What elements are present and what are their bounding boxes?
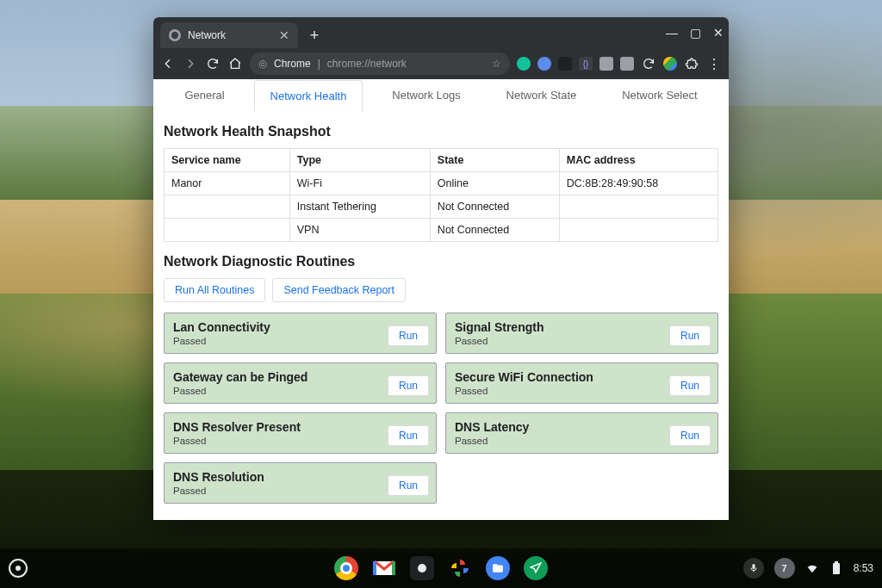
app-messages-icon[interactable] xyxy=(524,556,548,580)
snapshot-section: Network Health Snapshot Service name Typ… xyxy=(153,112,729,242)
table-header-row: Service name Type State MAC address xyxy=(165,149,718,172)
table-row: Instant Tethering Not Connected xyxy=(165,195,718,219)
cell-type: VPN xyxy=(289,219,430,242)
diagnostics-heading: Network Diagnostic Routines xyxy=(164,254,718,269)
cell-mac xyxy=(559,195,717,219)
extensions-row: {} ⋮ xyxy=(517,56,722,71)
col-state: State xyxy=(430,149,559,172)
extension-drive-icon[interactable] xyxy=(663,57,677,71)
minimize-button[interactable]: — xyxy=(666,26,678,40)
wifi-icon xyxy=(805,561,819,575)
window-close-button[interactable]: ✕ xyxy=(713,26,724,40)
run-button[interactable]: Run xyxy=(388,325,429,346)
back-button[interactable] xyxy=(160,56,176,71)
tab-network-health[interactable]: Network Health xyxy=(254,80,363,112)
run-button[interactable]: Run xyxy=(669,325,711,346)
new-tab-button[interactable]: + xyxy=(303,24,326,46)
address-bar[interactable]: ◎ Chrome | chrome://network ☆ xyxy=(250,53,510,75)
run-all-button[interactable]: Run All Routines xyxy=(164,278,265,302)
page-content: General Network Health Network Logs Netw… xyxy=(153,79,729,520)
svg-rect-2 xyxy=(835,561,838,563)
browser-menu-icon[interactable]: ⋮ xyxy=(706,56,722,71)
cell-state: Not Connected xyxy=(430,219,559,242)
home-button[interactable] xyxy=(227,56,243,71)
col-service: Service name xyxy=(165,149,290,172)
cell-mac xyxy=(559,219,717,242)
diag-card-signal: Signal Strength Passed Run xyxy=(445,313,718,354)
diagnostics-section: Network Diagnostic Routines Run All Rout… xyxy=(153,242,729,504)
run-button[interactable]: Run xyxy=(388,475,429,496)
shelf-apps xyxy=(334,556,548,580)
tab-general[interactable]: General xyxy=(168,79,240,111)
table-row: VPN Not Connected xyxy=(165,219,718,242)
diagnostics-grid: Lan Connectivity Passed Run Signal Stren… xyxy=(164,313,718,504)
svg-rect-1 xyxy=(833,563,840,574)
cell-state: Not Connected xyxy=(430,195,559,219)
extension-grammarly-icon[interactable] xyxy=(517,57,531,71)
app-chrome-icon[interactable] xyxy=(334,556,358,580)
url-path: chrome://network xyxy=(327,58,407,70)
cell-type: Wi-Fi xyxy=(289,172,430,195)
diag-card-dns-latency: DNS Latency Passed Run xyxy=(445,412,718,454)
tab-network-select[interactable]: Network Select xyxy=(606,79,713,111)
diag-card-dns-resolution: DNS Resolution Passed Run xyxy=(164,462,437,504)
run-button[interactable]: Run xyxy=(669,425,711,446)
extension-reload-icon[interactable] xyxy=(641,56,656,71)
table-row: Manor Wi-Fi Online DC:8B:28:49:90:58 xyxy=(165,172,718,195)
browser-toolbar: ◎ Chrome | chrome://network ☆ {} ⋮ xyxy=(153,48,729,79)
window-controls: — ▢ ✕ xyxy=(666,17,724,48)
chrome-window: Network ✕ + — ▢ ✕ ◎ Chrome | chrome://ne… xyxy=(153,17,729,520)
col-mac: MAC address xyxy=(559,149,717,172)
cell-mac: DC:8B:28:49:90:58 xyxy=(559,172,717,195)
url-separator: | xyxy=(318,58,320,70)
extensions-puzzle-icon[interactable] xyxy=(684,56,699,71)
chromeos-shelf: 7 8:53 xyxy=(0,548,882,588)
status-tray[interactable]: 7 8:53 xyxy=(743,558,873,579)
app-gmail-icon[interactable] xyxy=(372,556,396,580)
maximize-button[interactable]: ▢ xyxy=(690,26,701,40)
cell-service xyxy=(165,219,290,242)
app-files-icon[interactable] xyxy=(486,556,510,580)
app-photos-icon[interactable] xyxy=(448,556,472,580)
cell-service: Manor xyxy=(165,172,290,195)
url-scheme: Chrome xyxy=(274,58,311,70)
page-tabs: General Network Health Network Logs Netw… xyxy=(153,79,729,112)
tab-close-icon[interactable]: ✕ xyxy=(279,28,289,42)
bookmark-star-icon[interactable]: ☆ xyxy=(492,58,501,70)
cell-state: Online xyxy=(430,172,559,195)
site-info-icon[interactable]: ◎ xyxy=(258,58,267,70)
snapshot-heading: Network Health Snapshot xyxy=(164,124,718,139)
battery-icon xyxy=(829,561,843,575)
app-dark-icon[interactable] xyxy=(410,556,434,580)
extension-blue-icon[interactable] xyxy=(537,57,551,71)
diag-card-lan: Lan Connectivity Passed Run xyxy=(164,313,437,354)
snapshot-table: Service name Type State MAC address Mano… xyxy=(164,148,718,242)
send-feedback-button[interactable]: Send Feedback Report xyxy=(272,278,406,302)
globe-icon xyxy=(169,29,181,41)
reload-button[interactable] xyxy=(205,56,220,71)
diagnostics-actions: Run All Routines Send Feedback Report xyxy=(164,278,718,302)
forward-button[interactable] xyxy=(183,56,198,71)
extension-grey1-icon[interactable] xyxy=(599,57,613,71)
extension-grey2-icon[interactable] xyxy=(620,57,634,71)
diag-card-gateway: Gateway can be Pinged Passed Run xyxy=(164,362,437,404)
extension-braces-icon[interactable]: {} xyxy=(579,57,593,71)
diag-card-dns-resolver: DNS Resolver Present Passed Run xyxy=(164,412,437,454)
mic-icon[interactable] xyxy=(743,558,764,579)
run-button[interactable]: Run xyxy=(388,375,429,396)
cell-service xyxy=(165,195,290,219)
run-button[interactable]: Run xyxy=(388,425,429,446)
browser-tab-network[interactable]: Network ✕ xyxy=(160,22,298,48)
tab-strip: Network ✕ + — ▢ ✕ xyxy=(153,17,729,48)
tab-network-state[interactable]: Network State xyxy=(490,79,593,111)
extension-dark-icon[interactable] xyxy=(558,57,572,71)
clock: 8:53 xyxy=(854,562,873,574)
tab-network-logs[interactable]: Network Logs xyxy=(376,79,476,111)
run-button[interactable]: Run xyxy=(669,375,711,396)
launcher-button[interactable] xyxy=(9,559,28,578)
tab-title: Network xyxy=(188,29,226,41)
diag-card-secure-wifi: Secure WiFi Connection Passed Run xyxy=(445,362,718,404)
notification-count: 7 xyxy=(782,563,787,573)
notification-badge[interactable]: 7 xyxy=(774,558,795,579)
col-type: Type xyxy=(289,149,430,172)
